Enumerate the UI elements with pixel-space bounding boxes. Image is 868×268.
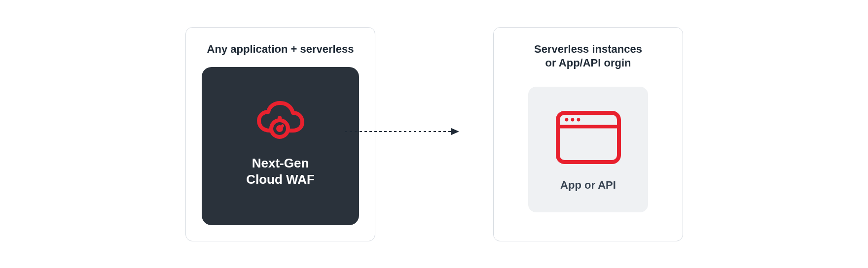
panel-title-right-line1: Serverless instances xyxy=(494,42,683,56)
app-window-icon xyxy=(554,108,623,169)
svg-point-10 xyxy=(577,118,580,121)
dashed-arrow-right xyxy=(344,127,460,136)
panel-title-left-text: Any application + serverless xyxy=(186,42,375,56)
cloud-waf-icon xyxy=(253,100,308,143)
panel-title-right-line2: or App/API orgin xyxy=(494,56,683,70)
card-app-or-api: App or API xyxy=(528,87,648,212)
card-label-line2: Cloud WAF xyxy=(246,172,315,187)
card-label-app-api: App or API xyxy=(560,179,616,192)
panel-title-left: Any application + serverless xyxy=(186,42,375,56)
svg-point-8 xyxy=(565,118,568,121)
svg-point-9 xyxy=(571,118,574,121)
diagram-canvas: Any application + serverless Next-Gen xyxy=(0,0,868,268)
card-label-line1: Next-Gen xyxy=(252,156,309,170)
panel-title-right: Serverless instances or App/API orgin xyxy=(494,42,683,69)
panel-serverless-instances: Serverless instances or App/API orgin Ap… xyxy=(493,27,683,241)
svg-marker-5 xyxy=(451,128,459,135)
card-next-gen-cloud-waf: Next-Gen Cloud WAF xyxy=(202,67,359,225)
card-label-cloud-waf: Next-Gen Cloud WAF xyxy=(246,155,315,187)
svg-rect-1 xyxy=(278,116,282,120)
